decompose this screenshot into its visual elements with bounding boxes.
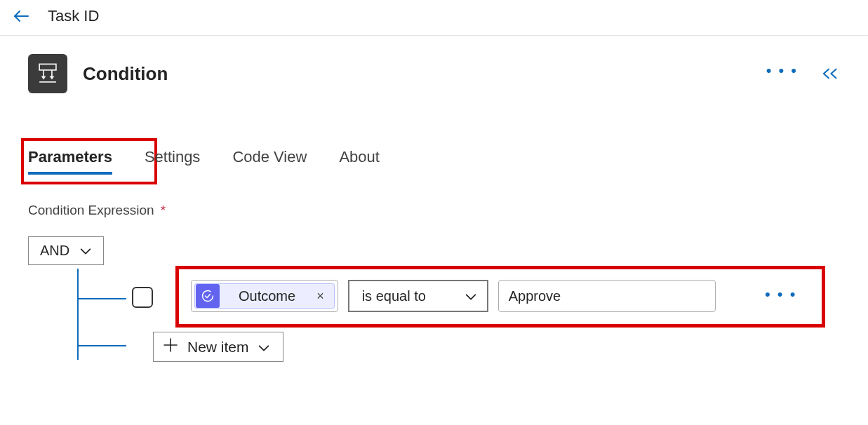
group-operator-dropdown[interactable]: AND — [28, 236, 104, 265]
chevron-down-icon — [258, 339, 270, 356]
panel-header: Condition • • • — [28, 54, 840, 93]
value-input[interactable]: Approve — [498, 280, 716, 312]
chevron-down-icon — [79, 243, 92, 259]
plus-icon — [162, 337, 179, 357]
condition-row: Outcome × is equal to Approve — [191, 280, 716, 312]
required-indicator: * — [161, 203, 166, 217]
arrow-left-icon — [13, 8, 29, 25]
page-title: Task ID — [48, 7, 99, 25]
value-text: Approve — [509, 288, 561, 304]
approvals-icon — [196, 284, 220, 308]
tree-line-row1 — [77, 298, 126, 299]
left-operand-field[interactable]: Outcome × — [191, 280, 338, 312]
tab-settings[interactable]: Settings — [145, 148, 201, 173]
row-more-options-button[interactable]: • • • — [765, 285, 796, 304]
more-options-button[interactable]: • • • — [766, 63, 798, 84]
panel-title: Condition — [83, 63, 751, 85]
condition-icon — [36, 62, 60, 86]
back-button[interactable] — [13, 8, 29, 25]
tab-code-view[interactable]: Code View — [232, 148, 307, 173]
tab-bar: Parameters Settings Code View About — [28, 148, 840, 173]
operator-label: is equal to — [362, 288, 426, 304]
row-select-checkbox[interactable] — [132, 287, 153, 308]
tab-about[interactable]: About — [339, 148, 380, 173]
token-label: Outcome — [220, 288, 312, 304]
dynamic-token: Outcome × — [194, 283, 335, 309]
svg-rect-1 — [39, 64, 56, 70]
chevron-double-left-icon — [820, 66, 840, 81]
new-item-label: New item — [187, 339, 249, 356]
operator-dropdown[interactable]: is equal to — [348, 280, 488, 312]
new-item-button[interactable]: New item — [153, 332, 283, 362]
top-bar: Task ID — [0, 0, 868, 36]
collapse-panel-button[interactable] — [820, 66, 840, 81]
panel-header-actions: • • • — [766, 63, 840, 84]
tab-parameters[interactable]: Parameters — [28, 148, 112, 173]
expression-area: AND Outcome × — [28, 236, 840, 265]
condition-expression-label: Condition Expression * — [28, 203, 840, 218]
section-label-text: Condition Expression — [28, 203, 154, 217]
condition-panel: Condition • • • Parameters Settings Code… — [0, 36, 868, 265]
condition-icon-box — [28, 54, 67, 93]
tree-line-row2 — [77, 345, 126, 346]
chevron-down-icon — [465, 288, 477, 304]
group-operator-label: AND — [40, 243, 69, 259]
token-remove-button[interactable]: × — [312, 289, 328, 304]
